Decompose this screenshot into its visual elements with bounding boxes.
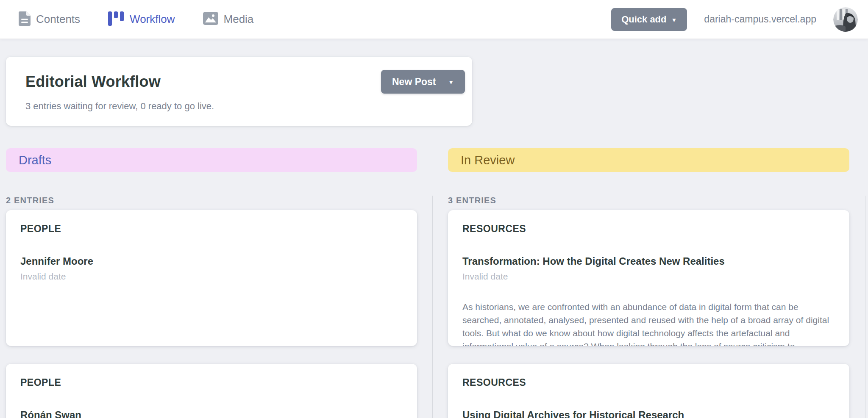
caret-down-icon: ▼: [448, 79, 454, 85]
media-image-icon: [203, 12, 218, 27]
drafts-card-list: PEOPLE Jennifer Moore Invalid date PEOPL…: [6, 210, 417, 418]
workflow-column-drafts: Drafts 2 ENTRIES PEOPLE Jennifer Moore I…: [0, 148, 432, 418]
in-review-card-list: RESOURCES Transformation: How the Digita…: [448, 210, 849, 418]
card-collection-label: PEOPLE: [20, 376, 402, 388]
card-collection-label: PEOPLE: [20, 223, 402, 235]
tab-contents-label: Contents: [36, 13, 80, 26]
top-navigation-bar: Contents Workflow: [0, 0, 868, 39]
tab-workflow-label: Workflow: [130, 13, 175, 26]
drafts-column-header: Drafts: [6, 148, 417, 172]
card-title: Transformation: How the Digital Creates …: [462, 255, 834, 268]
workflow-board: Drafts 2 ENTRIES PEOPLE Jennifer Moore I…: [0, 148, 868, 418]
workflow-card[interactable]: RESOURCES Transformation: How the Digita…: [448, 210, 849, 346]
card-title: Using Digital Archives for Historical Re…: [462, 409, 834, 418]
in-review-column-header: In Review: [448, 148, 849, 172]
workflow-card[interactable]: RESOURCES Using Digital Archives for His…: [448, 364, 849, 418]
new-post-button[interactable]: New Post ▼: [381, 70, 465, 94]
tab-media-label: Media: [224, 13, 254, 26]
workflow-summary: 3 entries waiting for review, 0 ready to…: [25, 101, 453, 112]
main-nav: Contents Workflow: [19, 11, 253, 28]
drafts-entries-count: 2 ENTRIES: [6, 195, 417, 205]
document-icon: [19, 11, 31, 28]
caret-down-icon: ▼: [671, 17, 677, 23]
workflow-column-in-review: In Review 3 ENTRIES RESOURCES Transforma…: [432, 148, 865, 418]
tab-media[interactable]: Media: [203, 12, 254, 27]
card-excerpt: As historians, we are confronted with an…: [462, 300, 834, 346]
user-avatar[interactable]: [833, 7, 858, 32]
quick-add-button[interactable]: Quick add ▼: [611, 8, 687, 31]
card-collection-label: RESOURCES: [462, 376, 834, 388]
card-date: Invalid date: [20, 271, 402, 282]
column-divider: [432, 196, 433, 418]
tab-contents[interactable]: Contents: [19, 11, 80, 28]
workflow-header-card: Editorial Workflow 3 entries waiting for…: [6, 57, 472, 126]
card-date: Invalid date: [462, 271, 834, 282]
editorial-workflow-page: Contents Workflow: [0, 0, 868, 418]
card-collection-label: RESOURCES: [462, 223, 834, 235]
card-title: Jennifer Moore: [20, 255, 402, 268]
tab-workflow[interactable]: Workflow: [108, 11, 175, 28]
in-review-entries-count: 3 ENTRIES: [448, 195, 849, 205]
column-divider: [865, 196, 865, 418]
workflow-kanban-icon: [108, 11, 124, 28]
site-url-link[interactable]: dariah-campus.vercel.app: [704, 14, 816, 25]
new-post-label: New Post: [392, 76, 436, 88]
card-title: Rónán Swan: [20, 409, 402, 418]
quick-add-label: Quick add: [621, 14, 666, 25]
topbar-right-group: Quick add ▼ dariah-campus.vercel.app: [611, 7, 858, 32]
workflow-card[interactable]: PEOPLE Jennifer Moore Invalid date: [6, 210, 417, 346]
workflow-card[interactable]: PEOPLE Rónán Swan: [6, 364, 417, 418]
